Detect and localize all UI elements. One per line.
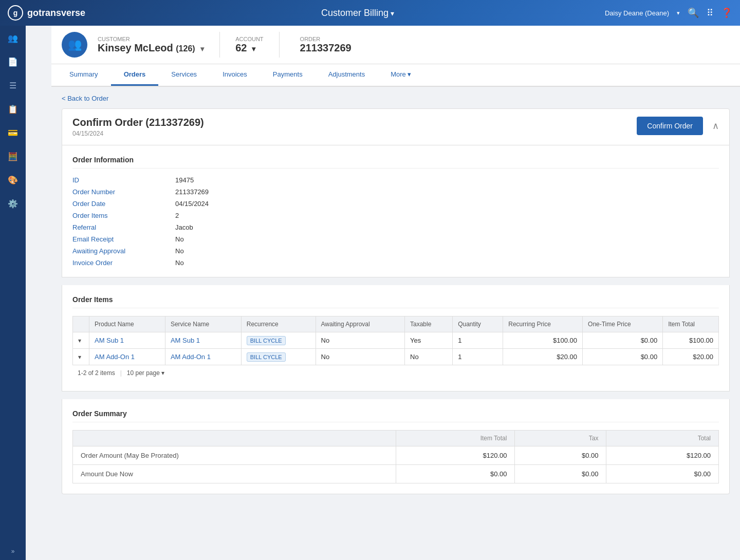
row1-awaiting-approval: No [316,332,404,349]
info-value-awaiting-approval: No [175,247,719,255]
row1-product-name[interactable]: AM Sub 1 [89,332,165,349]
sidebar-icon-document[interactable]: 📄 [6,54,20,69]
sidebar-icon-card[interactable]: 💳 [6,125,20,140]
divider: | [120,369,122,377]
customer-name[interactable]: Kinsey McLeod (126) ▾ [98,42,204,54]
table-row: ▾ AM Add-On 1 AM Add-On 1 BILL CYCLE No … [73,349,719,365]
confirm-order-date: 04/15/2024 [72,130,204,137]
collapse-section-button[interactable]: ∧ [712,120,719,132]
confirm-order-header: Confirm Order (211337269) 04/15/2024 Con… [62,108,730,145]
sidebar-icon-palette[interactable]: 🎨 [6,173,20,187]
col-recurrence: Recurrence [241,316,316,332]
info-label-email-receipt: Email Receipt [72,235,175,243]
page-title: Customer Billing▾ [110,8,605,18]
account-dropdown-arrow[interactable]: ▾ [252,45,255,53]
summary-due-tax: $0.00 [515,465,606,483]
account-block: ACCOUNT 62 ▾ [235,36,263,54]
per-page-selector[interactable]: 10 per page ▾ [127,369,164,377]
row2-quantity: 1 [453,349,503,365]
main-wrapper: 👥 CUSTOMER Kinsey McLeod (126) ▾ ACCOUNT… [51,26,740,560]
row2-item-total: $20.00 [663,349,719,365]
content-area: < Back to Order Confirm Order (211337269… [51,87,740,560]
app-name: gotransverse [27,8,85,18]
customer-info: CUSTOMER Kinsey McLeod (126) ▾ [98,36,204,54]
order-information-title: Order Information [72,156,719,169]
tab-bar: Summary Orders Services Invoices Payment… [51,64,740,87]
top-navigation: g gotransverse Customer Billing▾ Daisy D… [0,0,740,26]
row1-item-total: $100.00 [663,332,719,349]
row2-recurrence: BILL CYCLE [241,349,316,365]
grid-icon[interactable]: ⠿ [707,7,713,18]
row1-expand[interactable]: ▾ [73,332,89,349]
confirm-order-title: Confirm Order (211337269) [72,117,204,128]
info-label-order-date: Order Date [72,200,175,208]
row1-quantity: 1 [453,332,503,349]
tab-services[interactable]: Services [158,64,210,86]
info-value-order-date: 04/15/2024 [175,200,719,208]
row2-taxable: No [405,349,453,365]
tab-adjustments[interactable]: Adjustments [316,64,378,86]
account-label: ACCOUNT [235,36,263,42]
info-value-id: 19475 [175,176,719,184]
order-items-card: Order Items Product Name Service Name Re… [62,285,730,391]
header-divider-2 [279,32,280,58]
tab-more[interactable]: More ▾ [378,64,424,86]
help-icon[interactable]: ❓ [721,7,732,18]
table-row: ▾ AM Sub 1 AM Sub 1 BILL CYCLE No Yes 1 … [73,332,719,349]
info-label-invoice-order: Invoice Order [72,259,175,267]
tab-invoices[interactable]: Invoices [210,64,260,86]
search-icon[interactable]: 🔍 [688,7,699,18]
logo[interactable]: g gotransverse [8,5,110,21]
col-recurring-price: Recurring Price [503,316,583,332]
sidebar-icon-calculator[interactable]: 🧮 [6,149,20,163]
tab-summary[interactable]: Summary [57,64,111,86]
tab-orders[interactable]: Orders [111,64,159,86]
back-to-order-link[interactable]: < Back to Order [62,95,108,102]
col-product-name: Product Name [89,316,165,332]
info-value-order-items: 2 [175,212,719,219]
order-items-table: Product Name Service Name Recurrence Awa… [72,316,719,365]
info-value-invoice-order: No [175,259,719,267]
customer-dropdown-arrow[interactable]: ▾ [200,45,204,53]
summary-col-total: Total [606,431,719,446]
summary-col-label [73,431,396,446]
user-menu[interactable]: Daisy Deane (Deane) [605,9,669,17]
summary-col-tax: Tax [515,431,606,446]
summary-order-item-total: $120.00 [396,446,515,465]
info-label-order-number: Order Number [72,188,175,196]
summary-order-tax: $0.00 [515,446,606,465]
summary-row-order-amount: Order Amount (May Be Prorated) $120.00 $… [73,446,719,465]
summary-order-total: $120.00 [606,446,719,465]
col-quantity: Quantity [453,316,503,332]
row1-recurrence: BILL CYCLE [241,332,316,349]
row1-taxable: Yes [405,332,453,349]
order-summary-card: Order Summary Item Total Tax Total Order… [62,399,730,494]
sidebar-icon-users[interactable]: 👥 [6,31,20,45]
summary-due-total: $0.00 [606,465,719,483]
summary-label-amount-due: Amount Due Now [73,465,396,483]
order-summary-table: Item Total Tax Total Order Amount (May B… [72,430,719,483]
confirm-order-title-block: Confirm Order (211337269) 04/15/2024 [72,117,204,137]
pagination-info: 1-2 of 2 items | 10 per page ▾ [72,365,719,381]
confirm-order-button[interactable]: Confirm Order [637,117,703,135]
col-awaiting-approval: Awaiting Approval [316,316,404,332]
info-value-order-number: 211337269 [175,188,719,196]
account-number[interactable]: 62 ▾ [235,42,263,54]
sidebar-icon-settings[interactable]: ⚙️ [6,196,20,211]
col-expand [73,316,89,332]
sidebar-icon-list[interactable]: ☰ [6,78,20,92]
col-taxable: Taxable [405,316,453,332]
info-value-email-receipt: No [175,235,719,243]
order-number: 211337269 [300,42,351,54]
sidebar-icon-file[interactable]: 📋 [6,102,20,116]
summary-col-item-total: Item Total [396,431,515,446]
tab-payments[interactable]: Payments [260,64,316,86]
summary-due-item-total: $0.00 [396,465,515,483]
row1-recurring-price: $100.00 [503,332,583,349]
order-information-grid: ID 19475 Order Number 211337269 Order Da… [72,176,719,267]
row2-expand[interactable]: ▾ [73,349,89,365]
sidebar-collapse[interactable]: » [11,548,15,555]
row1-service-name[interactable]: AM Sub 1 [165,332,241,349]
row2-service-name[interactable]: AM Add-On 1 [165,349,241,365]
row2-product-name[interactable]: AM Add-On 1 [89,349,165,365]
